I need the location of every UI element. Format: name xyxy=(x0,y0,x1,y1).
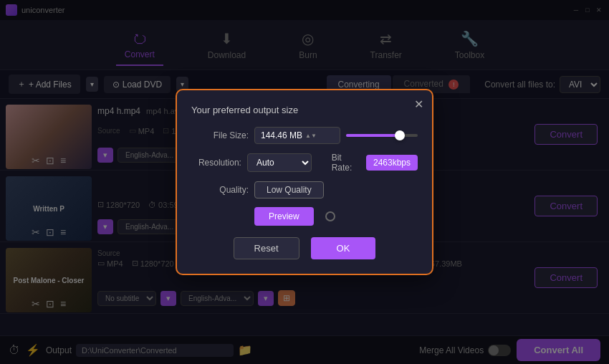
slider-thumb[interactable] xyxy=(395,130,405,140)
modal-footer: Reset OK xyxy=(191,237,418,259)
bitrate-value: 2463kbps xyxy=(366,155,418,171)
output-size-modal: ✕ Your preferred output size File Size: … xyxy=(176,89,433,275)
resolution-row: Resolution: Auto Bit Rate: 2463kbps xyxy=(191,153,418,173)
reset-button[interactable]: Reset xyxy=(234,237,299,259)
quality-row: Quality: Low Quality xyxy=(191,181,418,198)
modal-title: Your preferred output size xyxy=(191,105,418,115)
preview-row: Preview xyxy=(191,207,418,226)
resolution-label: Resolution: xyxy=(191,158,241,168)
preview-button[interactable]: Preview xyxy=(254,207,314,226)
slider-fill xyxy=(346,134,400,137)
modal-close-button[interactable]: ✕ xyxy=(414,97,423,111)
size-slider[interactable] xyxy=(346,134,418,137)
modal-overlay: ✕ Your preferred output size File Size: … xyxy=(0,0,609,364)
radio-button[interactable] xyxy=(325,211,335,221)
file-size-value: 144.46 MB ▲▼ xyxy=(254,127,340,144)
ok-button[interactable]: OK xyxy=(311,237,376,259)
slider-track xyxy=(346,134,418,137)
resolution-select[interactable]: Auto xyxy=(247,153,312,172)
file-size-row: File Size: 144.46 MB ▲▼ xyxy=(191,127,418,144)
spinner-control[interactable]: ▲▼ xyxy=(305,133,317,139)
quality-value: Low Quality xyxy=(254,181,324,198)
bitrate-label: Bit Rate: xyxy=(332,153,360,173)
quality-label: Quality: xyxy=(191,185,249,195)
file-size-label: File Size: xyxy=(191,130,249,140)
